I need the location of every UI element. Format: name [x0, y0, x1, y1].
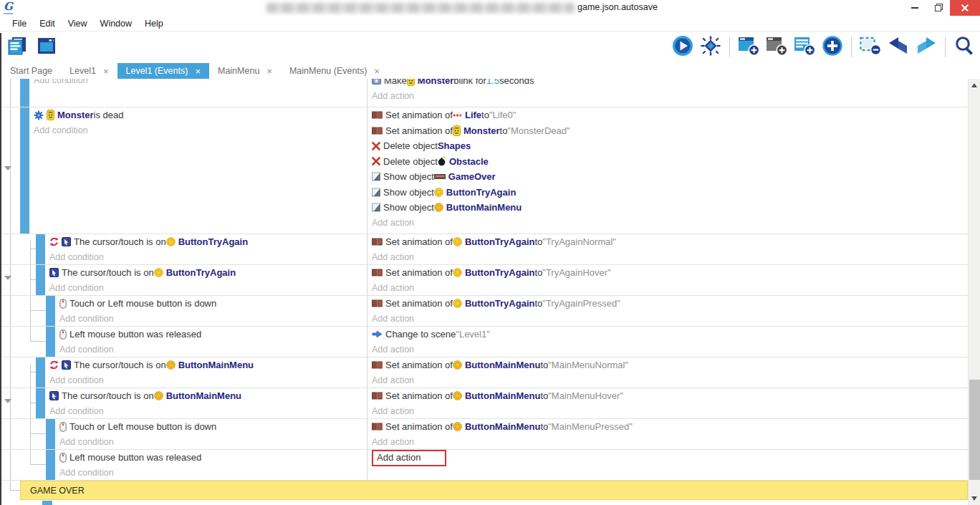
tab-level1-events-[interactable]: Level1 (Events)×: [117, 63, 209, 79]
event-action[interactable]: Set animation of ButtonTryAgain to "TryA…: [368, 265, 968, 281]
event-action[interactable]: Set animation of ButtonTryAgain to "TryA…: [368, 234, 968, 250]
event-selection-bar[interactable]: [36, 357, 45, 388]
actions-cell[interactable]: Change to scene "Level1"Add action: [367, 327, 968, 357]
event-action[interactable]: Delete object Shapes: [368, 138, 968, 154]
event-action[interactable]: Show object GameOver: [368, 169, 968, 185]
tab-close-icon[interactable]: ×: [195, 67, 201, 76]
add-condition-button[interactable]: Add condition: [55, 342, 367, 357]
restore-button[interactable]: [927, 0, 948, 16]
event-action[interactable]: Show object ButtonMainMenu: [368, 200, 968, 216]
add-condition-button[interactable]: Add condition: [55, 466, 367, 481]
add-condition-button[interactable]: Add condition: [55, 435, 367, 450]
event-action[interactable]: Set animation of ButtonMainMenu to "Main…: [368, 388, 968, 404]
event-action[interactable]: Set animation of ButtonTryAgain to "TryA…: [368, 296, 968, 312]
actions-cell[interactable]: Make Monster blink for 1.5 secondsAdd ac…: [367, 79, 968, 107]
add-comment-button[interactable]: [793, 36, 816, 59]
tab-close-icon[interactable]: ×: [266, 67, 272, 76]
event-condition[interactable]: Monster is dead: [29, 107, 367, 123]
conditions-cell[interactable]: Add condition: [29, 79, 367, 107]
event-condition[interactable]: Touch or Left mouse button is down: [55, 296, 367, 312]
tab-mainmenu-events-[interactable]: MainMenu (Events)×: [281, 63, 388, 79]
event-selection-bar[interactable]: [36, 265, 45, 295]
conditions-cell[interactable]: Touch or Left mouse button is downAdd co…: [55, 419, 367, 449]
actions-cell[interactable]: Set animation of ButtonMainMenu to "Main…: [367, 388, 968, 418]
add-condition-button[interactable]: Add condition: [55, 312, 367, 327]
tab-level1[interactable]: Level1×: [61, 63, 117, 79]
comment-event[interactable]: GAME OVER: [20, 481, 968, 500]
add-condition-button[interactable]: Add condition: [45, 404, 367, 419]
add-action-button[interactable]: Add action: [368, 404, 968, 419]
menu-help[interactable]: Help: [138, 19, 170, 29]
add-action-button[interactable]: Add action: [368, 89, 968, 105]
add-action-button[interactable]: Add action: [368, 250, 968, 265]
add-condition-button[interactable]: Add condition: [29, 123, 367, 139]
scene-editor-button[interactable]: [35, 36, 58, 59]
tab-mainmenu[interactable]: MainMenu×: [209, 63, 281, 79]
menu-file[interactable]: File: [6, 19, 33, 29]
add-condition-button[interactable]: Add condition: [29, 79, 367, 89]
close-button[interactable]: [950, 0, 980, 16]
menu-view[interactable]: View: [62, 19, 94, 29]
delete-selection-button[interactable]: [859, 36, 882, 59]
event-action[interactable]: Set animation of Monster to "MonsterDead…: [368, 123, 968, 139]
menu-edit[interactable]: Edit: [33, 19, 62, 29]
add-condition-button[interactable]: Add condition: [45, 250, 367, 265]
add-subevent-button[interactable]: [765, 36, 788, 59]
add-event-button[interactable]: [737, 36, 760, 59]
event-condition[interactable]: Touch or Left mouse button is down: [55, 419, 367, 435]
conditions-cell[interactable]: The cursor/touch is on ButtonTryAgainAdd…: [45, 234, 367, 264]
actions-cell[interactable]: Set animation of ButtonMainMenu to "Main…: [367, 419, 968, 449]
event-selection-bar[interactable]: [20, 79, 29, 107]
event-action[interactable]: Show object ButtonTryAgain: [368, 185, 968, 201]
play-button[interactable]: [671, 36, 694, 59]
event-action[interactable]: Add action: [368, 450, 968, 466]
event-action[interactable]: Delete object Obstacle: [368, 154, 968, 170]
event-condition[interactable]: The cursor/touch is on ButtonTryAgain: [45, 234, 367, 250]
conditions-cell[interactable]: The cursor/touch is on ButtonTryAgainAdd…: [45, 265, 367, 295]
actions-cell[interactable]: Set animation of ButtonTryAgain to "TryA…: [367, 296, 968, 326]
actions-cell[interactable]: Set animation of Life to "Life0"Set anim…: [367, 107, 968, 234]
conditions-cell[interactable]: Left mouse button was releasedAdd condit…: [55, 327, 367, 357]
event-selection-bar[interactable]: [46, 296, 55, 326]
event-condition[interactable]: Left mouse button was released: [55, 450, 367, 466]
event-condition[interactable]: The cursor/touch is on ButtonMainMenu: [45, 357, 367, 373]
actions-cell[interactable]: Set animation of ButtonTryAgain to "TryA…: [367, 265, 968, 295]
scroll-down-icon[interactable]: [971, 496, 977, 501]
event-selection-bar[interactable]: [36, 234, 45, 264]
scrollbar-thumb[interactable]: [969, 380, 980, 480]
scroll-up-icon[interactable]: [971, 83, 977, 87]
event-selection-bar[interactable]: [36, 388, 45, 418]
conditions-cell[interactable]: Left mouse button was releasedAdd condit…: [55, 450, 367, 480]
add-element-button[interactable]: [821, 36, 844, 59]
add-action-button[interactable]: Add action: [368, 342, 968, 357]
highlighted-add-action[interactable]: Add action: [372, 450, 446, 466]
event-action[interactable]: Set animation of ButtonMainMenu to "Main…: [368, 357, 968, 373]
event-selection-bar[interactable]: [46, 327, 55, 357]
event-action[interactable]: Make Monster blink for 1.5 seconds: [368, 79, 968, 89]
conditions-cell[interactable]: Monster is deadAdd condition: [29, 107, 367, 234]
undo-button[interactable]: [887, 36, 910, 59]
search-button[interactable]: [953, 36, 976, 59]
actions-cell[interactable]: Add action: [367, 450, 968, 480]
debug-button[interactable]: [699, 36, 722, 59]
event-action[interactable]: Change to scene "Level1": [368, 327, 968, 342]
event-selection-bar[interactable]: [46, 419, 55, 449]
event-selection-bar[interactable]: [42, 501, 52, 505]
add-action-button[interactable]: Add action: [368, 435, 968, 450]
event-condition[interactable]: The cursor/touch is on ButtonMainMenu: [45, 388, 367, 404]
actions-cell[interactable]: Set animation of ButtonTryAgain to "TryA…: [367, 234, 968, 264]
event-selection-bar[interactable]: [46, 450, 55, 480]
minimize-button[interactable]: [904, 0, 926, 16]
event-condition[interactable]: The cursor/touch is on ButtonTryAgain: [45, 265, 367, 281]
tab-start-page[interactable]: Start Page: [1, 63, 61, 79]
menu-window[interactable]: Window: [94, 19, 138, 29]
tab-close-icon[interactable]: ×: [103, 67, 109, 76]
add-action-button[interactable]: Add action: [368, 373, 968, 388]
add-condition-button[interactable]: Add condition: [45, 373, 367, 388]
event-action[interactable]: Set animation of ButtonMainMenu to "Main…: [368, 419, 968, 435]
project-manager-button[interactable]: [6, 36, 29, 59]
add-action-button[interactable]: Add action: [368, 312, 968, 327]
event-selection-bar[interactable]: [20, 107, 29, 234]
tab-close-icon[interactable]: ×: [374, 67, 380, 76]
conditions-cell[interactable]: The cursor/touch is on ButtonMainMenuAdd…: [45, 388, 367, 418]
